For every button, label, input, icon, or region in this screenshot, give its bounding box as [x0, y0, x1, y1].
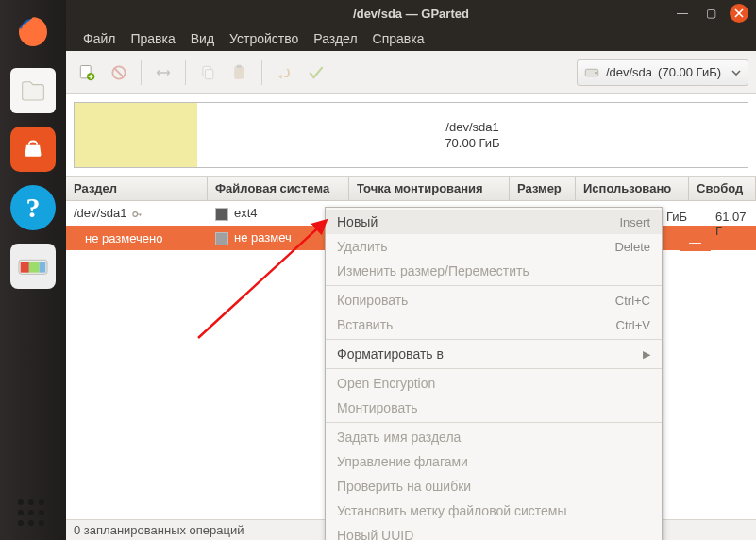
- svg-rect-9: [206, 69, 213, 78]
- maximize-button[interactable]: ▢: [701, 4, 720, 23]
- partition-map-caption: /dev/sda1 70.00 ГиБ: [197, 103, 748, 167]
- chevron-right-icon: ▶: [643, 348, 650, 361]
- fs-name: не размеч: [234, 230, 292, 245]
- dock-files[interactable]: [10, 68, 56, 113]
- svg-rect-3: [29, 262, 40, 273]
- toolbar-paste: [227, 59, 253, 86]
- menu-item[interactable]: Форматировать в▶: [326, 342, 662, 366]
- row1-used-unit: —: [680, 234, 711, 251]
- menu-item: Проверить на ошибки: [326, 474, 662, 498]
- menu-item: Управление флагами: [326, 449, 662, 474]
- toolbar-apply: [303, 59, 329, 86]
- device-selector[interactable]: /dev/sda (70.00 ГиБ): [577, 59, 748, 86]
- device-size: (70.00 ГиБ): [658, 65, 721, 79]
- toolbar-resize: [150, 59, 176, 86]
- svg-rect-2: [21, 262, 29, 273]
- partition-name: /dev/sda1: [74, 206, 126, 220]
- svg-rect-11: [237, 64, 242, 67]
- col-used[interactable]: Использовано: [576, 177, 689, 200]
- svg-rect-4: [40, 262, 46, 273]
- toolbar-new[interactable]: [74, 59, 100, 86]
- status-text: 0 запланированных операций: [74, 523, 244, 537]
- partition-map-size: 70.00 ГиБ: [445, 136, 499, 150]
- fs-color-swatch: [215, 232, 228, 245]
- toolbar-copy: [194, 59, 221, 86]
- menu-item: Open Encryption: [326, 371, 662, 396]
- dock-software[interactable]: [10, 127, 56, 172]
- svg-rect-10: [234, 66, 244, 78]
- ubuntu-dock: ?: [0, 0, 66, 540]
- col-partition[interactable]: Раздел: [66, 177, 208, 200]
- svg-point-13: [595, 71, 596, 73]
- dock-help[interactable]: ?: [10, 185, 56, 230]
- drive-icon: [583, 64, 600, 81]
- menu-item: Установить метку файловой системы: [326, 498, 662, 523]
- lock-icon: [130, 208, 143, 221]
- menu-item: ВставитьCtrl+V: [326, 312, 662, 337]
- titlebar: /dev/sda — GParted — ▢: [66, 0, 756, 26]
- svg-point-14: [133, 211, 138, 216]
- dock-firefox[interactable]: [10, 9, 56, 55]
- row0-free: 61.07 Г: [715, 210, 756, 238]
- dock-gparted[interactable]: [10, 244, 56, 289]
- menu-partition[interactable]: Раздел: [313, 31, 357, 46]
- toolbar-delete: [106, 59, 132, 86]
- partition-map[interactable]: /dev/sda1 70.00 ГиБ: [74, 102, 748, 168]
- menu-item: УдалитьDelete: [326, 234, 662, 259]
- fs-color-swatch: [215, 208, 228, 221]
- menu-item: КопироватьCtrl+C: [326, 288, 662, 312]
- show-applications[interactable]: [0, 489, 66, 540]
- device-name: /dev/sda: [606, 65, 652, 79]
- partition-context-menu: НовыйInsertУдалитьDeleteИзменить размер/…: [325, 207, 663, 540]
- col-filesystem[interactable]: Файловая система: [208, 177, 349, 200]
- partition-map-used: [75, 103, 197, 167]
- fs-name: ext4: [234, 206, 258, 220]
- partition-map-name: /dev/sda1: [445, 120, 498, 134]
- menu-device[interactable]: Устройство: [229, 31, 298, 46]
- menu-item: Новый UUID: [326, 523, 662, 540]
- menu-edit[interactable]: Правка: [130, 31, 175, 46]
- help-glyph: ?: [26, 192, 41, 224]
- menu-item: Изменить размер/Переместить: [326, 259, 662, 283]
- window-title: /dev/sda — GParted: [353, 7, 469, 21]
- col-free[interactable]: Свобод: [689, 177, 756, 200]
- menu-view[interactable]: Вид: [191, 31, 214, 46]
- partition-name: не размечено: [85, 231, 162, 245]
- menu-item[interactable]: НовыйInsert: [326, 210, 662, 234]
- minimize-button[interactable]: —: [673, 4, 692, 23]
- chevron-down-icon: [731, 67, 742, 78]
- toolbar-undo: [271, 59, 297, 86]
- toolbar: /dev/sda (70.00 ГиБ): [66, 51, 756, 94]
- menu-file[interactable]: Файл: [83, 31, 115, 46]
- table-header: Раздел Файловая система Точка монтирован…: [66, 177, 756, 201]
- row0-used-unit: ГиБ: [666, 210, 687, 224]
- col-mountpoint[interactable]: Точка монтирования: [349, 177, 510, 200]
- menu-item: Монтировать: [326, 396, 662, 420]
- close-button[interactable]: [730, 4, 748, 23]
- col-size[interactable]: Размер: [510, 177, 576, 200]
- menubar: Файл Правка Вид Устройство Раздел Справк…: [66, 26, 756, 51]
- menu-item: Задать имя раздела: [326, 425, 662, 449]
- menu-help[interactable]: Справка: [373, 31, 425, 46]
